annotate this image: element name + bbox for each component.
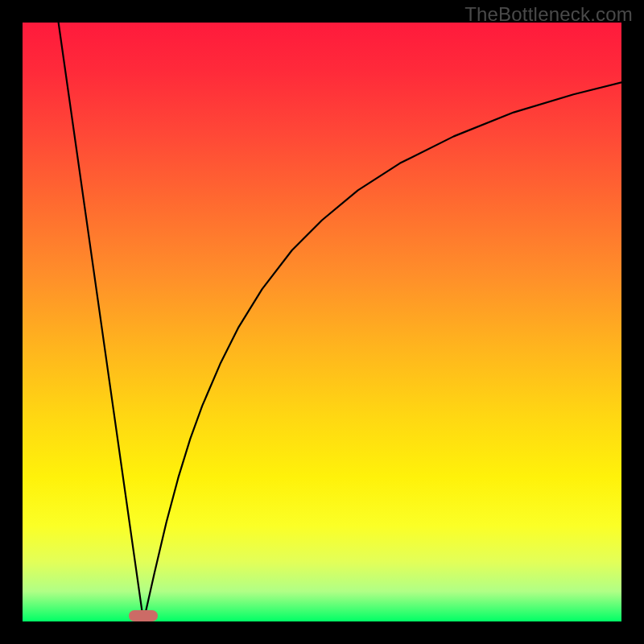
optimal-point-marker	[129, 610, 158, 621]
bottleneck-curve	[23, 23, 621, 621]
